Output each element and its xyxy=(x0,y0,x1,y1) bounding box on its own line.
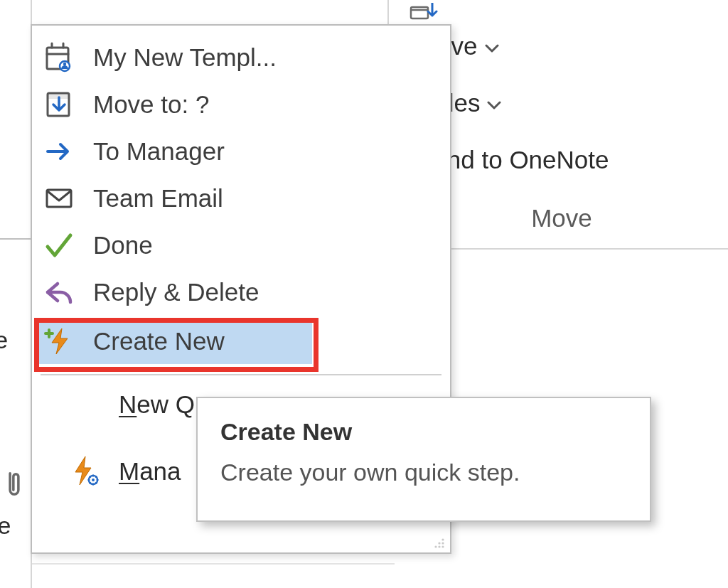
tooltip-body: Create your own quick step. xyxy=(220,459,627,486)
quick-step-item-my-new-template[interactable]: My New Templ... xyxy=(36,34,446,81)
bg-text-fragment-1: ate xyxy=(0,326,8,354)
resize-grip-icon[interactable] xyxy=(433,537,446,550)
svg-point-10 xyxy=(441,538,444,540)
svg-point-13 xyxy=(434,545,437,547)
send-to-onenote-button[interactable]: Send to OneNote xyxy=(411,135,717,185)
svg-point-12 xyxy=(441,542,444,544)
move-to-folder-icon xyxy=(42,87,76,122)
svg-point-11 xyxy=(438,542,440,544)
quick-step-item-to-manager[interactable]: To Manager xyxy=(36,128,446,175)
ribbon-divider-left xyxy=(0,238,32,240)
quick-step-item-done[interactable]: Done xyxy=(36,222,446,269)
svg-point-3 xyxy=(63,63,66,65)
ribbon-divider-bottom xyxy=(32,563,395,565)
quick-step-item-reply-delete[interactable]: Reply & Delete xyxy=(36,269,446,316)
blank-icon xyxy=(68,387,102,422)
arrow-right-icon xyxy=(42,134,76,169)
quick-step-label: My New Templ... xyxy=(93,43,277,72)
svg-point-9 xyxy=(92,479,95,481)
lightning-plus-icon xyxy=(42,324,76,358)
quick-step-item-move-to[interactable]: Move to: ? xyxy=(36,81,446,128)
tooltip-create-new: Create New Create your own quick step. xyxy=(196,397,651,522)
reply-icon xyxy=(42,275,76,309)
quickstep-calendar-icon xyxy=(42,41,76,75)
svg-point-14 xyxy=(438,545,440,547)
quick-step-label: Move to: ? xyxy=(93,90,209,119)
gallery-divider xyxy=(41,374,441,375)
manage-quick-steps-label: Mana xyxy=(119,457,181,486)
move-dropdown[interactable]: Move xyxy=(411,21,717,71)
mail-icon xyxy=(42,181,76,215)
chevron-down-icon xyxy=(485,43,499,53)
quick-step-label: To Manager xyxy=(93,137,225,166)
quick-step-item-create-new[interactable]: Create New xyxy=(36,319,312,364)
ribbon-group-label-move: Move xyxy=(498,204,626,232)
new-quick-step-label: New Q xyxy=(119,390,195,419)
tooltip-title: Create New xyxy=(220,418,627,446)
rules-dropdown[interactable]: Rules xyxy=(411,78,717,128)
quick-step-item-team-email[interactable]: Team Email xyxy=(36,175,446,222)
lightning-gear-icon xyxy=(68,454,102,488)
quick-step-label: Reply & Delete xyxy=(93,278,259,306)
quick-step-label: Team Email xyxy=(93,184,223,213)
quick-step-label: Create New xyxy=(93,327,225,356)
bg-text-fragment-2: ole xyxy=(0,512,11,540)
check-icon xyxy=(42,228,76,262)
quick-step-label: Done xyxy=(93,231,153,260)
paperclip-icon xyxy=(1,469,27,501)
svg-point-15 xyxy=(441,545,444,547)
chevron-down-icon xyxy=(487,100,501,110)
